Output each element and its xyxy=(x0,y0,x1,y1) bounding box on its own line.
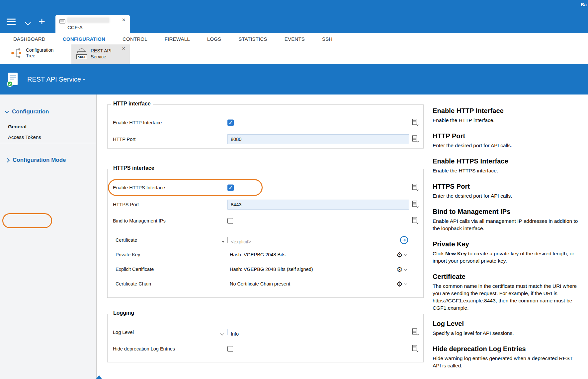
help-body: Click New Key to create a private key of… xyxy=(433,250,579,265)
field-label: Log Level xyxy=(113,330,134,335)
http-port-input[interactable] xyxy=(227,134,409,144)
clipboard-menu-icon[interactable] xyxy=(412,217,419,224)
explicit-certificate-value: Hash: VGEPBG 2048 Bits (self signed) xyxy=(230,267,313,272)
explicit-certificate-gear-menu[interactable]: ⚙ xyxy=(396,266,407,273)
help-entry: HTTPS Port Enter the desired port for AP… xyxy=(433,183,579,200)
menu-item-control[interactable]: CONTROL xyxy=(123,36,147,42)
service-document-icon xyxy=(6,72,19,87)
form-row: Certificate <explicit> xyxy=(108,233,423,247)
help-title: Hide deprecation Log Entries xyxy=(433,345,579,353)
session-tab[interactable]: CCF-A × xyxy=(55,15,130,33)
form-row: Enable HTTPS Interface xyxy=(108,180,423,195)
toolbar: Configuration Tree REST REST API Service… xyxy=(0,44,588,64)
enable-http-checkbox[interactable] xyxy=(227,120,234,126)
hamburger-menu-icon[interactable] xyxy=(7,19,16,27)
configuration-tree-button[interactable]: Configuration Tree xyxy=(10,47,53,59)
help-entry: Log Level Specify a log level for API se… xyxy=(433,320,579,337)
clipboard-menu-icon[interactable] xyxy=(412,200,419,208)
help-title: Enable HTTPS Interface xyxy=(433,158,579,165)
add-tab-button[interactable]: + xyxy=(39,16,45,27)
help-entry: Private Key Click New Key to create a pr… xyxy=(433,240,579,265)
chevron-down-icon xyxy=(404,282,407,285)
top-bar: + CCF-A × Ba xyxy=(0,0,588,33)
field-label: Bind to Management IPs xyxy=(113,218,166,223)
menu-item-configuration[interactable]: CONFIGURATION xyxy=(63,36,105,42)
clipboard-menu-icon[interactable] xyxy=(412,328,419,336)
annotation-ellipse-general xyxy=(2,213,52,228)
menu-item-dashboard[interactable]: DASHBOARD xyxy=(13,36,45,42)
help-entry: Hide deprecation Log Entries Hide warnin… xyxy=(433,345,579,369)
gear-icon: ⚙ xyxy=(396,251,403,258)
sidebar-section-configuration[interactable]: Configuration xyxy=(5,108,49,115)
field-label: Certificate xyxy=(116,237,137,243)
form-row: HTTPS Port xyxy=(108,197,423,212)
chevron-down-icon[interactable] xyxy=(25,20,31,26)
form-row: Certificate Chain No Certificate Chain p… xyxy=(108,277,423,291)
help-panel: Enable HTTP Interface Enable the HTTP in… xyxy=(433,95,579,379)
log-level-select[interactable]: Info xyxy=(227,329,228,335)
section-legend: HTTP interface xyxy=(111,101,153,107)
hide-deprecation-log-checkbox[interactable] xyxy=(227,346,233,352)
close-rest-tab-icon[interactable]: × xyxy=(122,45,126,51)
help-entry: Bind to Management IPs Enable API calls … xyxy=(433,208,579,232)
clipboard-menu-icon[interactable] xyxy=(412,118,419,126)
chevron-down-icon xyxy=(220,332,224,335)
sidebar-divider xyxy=(0,143,96,143)
field-label: HTTPS Port xyxy=(113,202,139,207)
gear-icon: ⚙ xyxy=(396,281,403,287)
help-body: Enter the desired port for API calls. xyxy=(433,142,579,149)
menu-item-statistics[interactable]: STATISTICS xyxy=(238,36,267,42)
sidebar-section-configuration-mode[interactable]: Configuration Mode xyxy=(5,157,66,163)
enable-https-checkbox[interactable] xyxy=(227,185,234,191)
help-body: Hide warning log entries generated when … xyxy=(433,355,579,369)
help-body: Enable API calls via all management IP a… xyxy=(433,218,579,232)
form-row: Log Level Info xyxy=(108,325,423,340)
form-row: Bind to Management IPs xyxy=(108,214,423,228)
rest-api-service-tab[interactable]: REST REST API Service × xyxy=(71,44,130,64)
certificate-chain-gear-menu[interactable]: ⚙ xyxy=(396,281,407,287)
redacted-session-title xyxy=(67,18,109,23)
chevron-right-icon xyxy=(5,158,10,162)
clipboard-menu-icon[interactable] xyxy=(412,183,419,191)
section-legend: Logging xyxy=(111,310,136,316)
field-label: Certificate Chain xyxy=(116,281,151,286)
help-body: The common name in the certificate must … xyxy=(433,283,579,312)
clipboard-menu-icon[interactable] xyxy=(412,345,419,352)
form-row: Enable HTTP Interface xyxy=(108,115,423,130)
gear-icon: ⚙ xyxy=(396,266,403,273)
https-port-input[interactable] xyxy=(227,200,409,210)
section-legend: HTTPS interface xyxy=(111,165,156,171)
help-body: Enter the desired port for API calls. xyxy=(433,192,579,200)
form-row: Private Key Hash: VGEPBG 2048 Bits ⚙ xyxy=(108,247,423,262)
help-body: Enable the HTTPS interface. xyxy=(433,167,579,174)
brand-text-partial: Ba xyxy=(581,2,587,7)
private-key-gear-menu[interactable]: ⚙ xyxy=(396,251,407,258)
field-label: HTTP Port xyxy=(113,137,135,142)
help-entry: Enable HTTPS Interface Enable the HTTPS … xyxy=(433,158,579,174)
certificate-combobox[interactable]: <explicit> xyxy=(227,237,228,243)
help-title: Bind to Management IPs xyxy=(433,208,579,216)
field-label: Enable HTTPS Interface xyxy=(113,185,165,190)
menu-item-firewall[interactable]: FIREWALL xyxy=(165,36,190,42)
form-row: Explicit Certificate Hash: VGEPBG 2048 B… xyxy=(108,262,423,277)
menu-item-events[interactable]: EVENTS xyxy=(285,36,305,42)
clipboard-menu-icon[interactable] xyxy=(412,135,419,143)
dropdown-arrow-icon xyxy=(221,241,225,243)
certificate-chain-value: No Certificate Chain present xyxy=(230,281,290,286)
main-menu-bar: DASHBOARD CONFIGURATION CONTROL FIREWALL… xyxy=(0,33,588,44)
close-tab-icon[interactable]: × xyxy=(122,17,126,23)
goto-certificate-icon[interactable] xyxy=(400,236,408,244)
sidebar-item-general[interactable]: General xyxy=(8,124,27,129)
help-title: Certificate xyxy=(433,273,579,281)
help-title: HTTP Port xyxy=(433,132,579,140)
field-label: Enable HTTP Interface xyxy=(113,120,162,125)
chevron-down-icon xyxy=(404,253,407,256)
help-title: Private Key xyxy=(433,240,579,248)
menu-item-ssh[interactable]: SSH xyxy=(322,36,332,42)
bind-management-ips-checkbox[interactable] xyxy=(227,218,233,224)
sidebar-item-access-tokens[interactable]: Access Tokens xyxy=(8,134,41,140)
menu-item-logs[interactable]: LOGS xyxy=(207,36,221,42)
settings-form: HTTP interface Enable HTTP Interface HTT… xyxy=(97,95,433,379)
form-row: HTTP Port xyxy=(108,132,423,147)
help-entry: HTTP Port Enter the desired port for API… xyxy=(433,132,579,149)
